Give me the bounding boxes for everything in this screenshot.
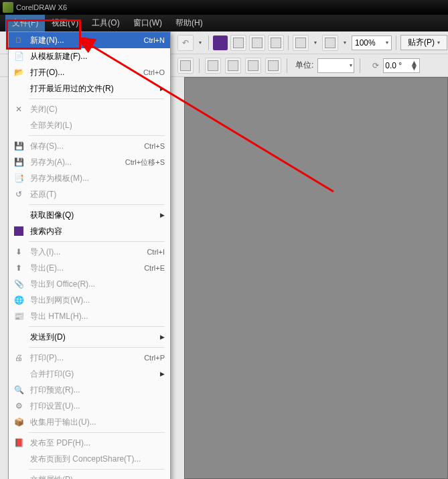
menu-export-web[interactable]: 🌐 导出到网页(W)... — [9, 292, 170, 308]
menu-separator — [29, 135, 165, 136]
menu-acquire[interactable]: 获取图像(Q) ▶ — [9, 207, 170, 223]
submenu-arrow-icon: ▶ — [160, 370, 165, 377]
tb-sep — [287, 58, 287, 73]
rotation-value: 0.0 ° — [385, 61, 402, 70]
menu-publish-concept[interactable]: 发布页面到 ConceptShare(T)... — [9, 451, 170, 467]
menu-help[interactable]: 帮助(H) — [169, 15, 210, 31]
preview-icon: 🔍 — [11, 384, 26, 396]
tb-prop-2[interactable] — [205, 58, 221, 74]
print-icon: 🖨 — [11, 352, 26, 364]
new-file-icon: 🗋 — [11, 34, 26, 46]
setup-icon: ⚙ — [11, 400, 26, 412]
menu-separator — [29, 432, 165, 433]
save-template-icon: 📑 — [11, 172, 26, 184]
menu-open-recent[interactable]: 打开最近用过的文件(R) ▶ — [9, 80, 170, 96]
tb-sep — [396, 36, 396, 50]
app-icon — [3, 2, 13, 13]
menu-print-merge[interactable]: 合并打印(G) ▶ — [9, 366, 170, 382]
paste-label: 贴齐(P) — [408, 37, 435, 48]
rotation-input[interactable]: 0.0 ° ▲▼ — [383, 58, 420, 73]
import-icon: ⬇ — [11, 246, 26, 258]
menu-save-as[interactable]: 💾 另存为(A)... Ctrl+位移+S — [9, 154, 170, 170]
menu-new-template[interactable]: 📄 从模板新建(F)... — [9, 48, 170, 64]
tb-sep — [208, 36, 209, 50]
submenu-arrow-icon: ▶ — [160, 85, 165, 92]
tb-tool-1[interactable] — [230, 35, 246, 51]
tb-tool-4[interactable] — [293, 35, 309, 51]
menu-export[interactable]: ⬆ 导出(E)... Ctrl+E — [9, 260, 170, 276]
menu-separator — [29, 469, 165, 470]
tb-tool-2[interactable] — [249, 35, 265, 51]
tb-sep — [199, 58, 200, 73]
pdf-icon: 📕 — [11, 437, 26, 449]
open-icon: 📂 — [11, 66, 26, 78]
menubar: 文件(F) 视图(V) 工具(O) 窗口(W) 帮助(H) — [0, 15, 448, 31]
menu-doc-properties[interactable]: 文档属性(P)... — [9, 472, 170, 479]
menu-print[interactable]: 🖨 打印(P)... Ctrl+P — [9, 350, 170, 366]
close-icon: ✕ — [11, 103, 26, 115]
web-icon: 🌐 — [11, 294, 26, 306]
menu-separator — [29, 326, 165, 327]
menu-search[interactable]: 搜索内容 — [9, 223, 170, 239]
paste-button[interactable]: 贴齐(P) ▾ — [400, 35, 447, 50]
titlebar: CorelDRAW X6 — [0, 0, 448, 15]
menu-import[interactable]: ⬇ 导入(I)... Ctrl+I — [9, 244, 170, 260]
menu-file[interactable]: 文件(F) — [5, 15, 45, 31]
menu-separator — [29, 241, 165, 242]
menu-close[interactable]: ✕ 关闭(C) — [9, 101, 170, 117]
rotation-stepper[interactable]: ▲▼ — [410, 61, 418, 70]
tb-tool-purple[interactable] — [213, 36, 228, 50]
submenu-arrow-icon: ▶ — [160, 212, 165, 218]
menu-separator — [29, 98, 165, 99]
revert-icon: ↺ — [11, 188, 26, 200]
html-icon: 📰 — [11, 310, 26, 322]
menu-send-to[interactable]: 发送到(D) ▶ — [9, 329, 170, 345]
submenu-arrow-icon: ▶ — [160, 334, 165, 340]
unit-label: 单位: — [295, 60, 313, 71]
menu-new[interactable]: 🗋 新建(N)... Ctrl+N — [9, 32, 170, 48]
menu-separator — [29, 347, 165, 348]
menu-save[interactable]: 💾 保存(S)... Ctrl+S — [9, 138, 170, 154]
tb-tool-5[interactable] — [322, 35, 338, 51]
office-icon: 📎 — [11, 278, 26, 290]
tb-sep — [360, 58, 360, 73]
menu-window[interactable]: 窗口(W) — [127, 15, 169, 31]
menu-close-all[interactable]: 全部关闭(L) — [9, 117, 170, 133]
rotate-icon: ⟳ — [372, 61, 379, 70]
canvas[interactable] — [184, 77, 448, 479]
menu-collect-output[interactable]: 📦 收集用于输出(U)... — [9, 414, 170, 430]
menu-view[interactable]: 视图(V) — [45, 15, 85, 31]
menu-separator — [29, 204, 165, 205]
menu-save-template[interactable]: 📑 另存为模板(M)... — [9, 170, 170, 186]
zoom-value: 100% — [355, 38, 376, 48]
collect-icon: 📦 — [11, 416, 26, 428]
menu-publish-pdf[interactable]: 📕 发布至 PDF(H)... — [9, 435, 170, 451]
menu-print-preview[interactable]: 🔍 打印预览(R)... — [9, 382, 170, 398]
menu-open[interactable]: 📂 打开(O)... Ctrl+O — [9, 64, 170, 80]
tb-tool-3[interactable] — [268, 35, 284, 51]
tb-prop-4[interactable] — [245, 58, 261, 74]
app-title: CorelDRAW X6 — [16, 3, 67, 11]
tb-undo[interactable]: ↶ — [177, 35, 194, 51]
search-icon — [11, 225, 26, 237]
template-icon: 📄 — [11, 50, 26, 62]
tb-drop-5[interactable]: ▾ — [341, 40, 349, 46]
menu-export-office[interactable]: 📎 导出到 Office(R)... — [9, 276, 170, 292]
file-dropdown: 🗋 新建(N)... Ctrl+N 📄 从模板新建(F)... 📂 打开(O).… — [8, 31, 171, 479]
menu-print-setup[interactable]: ⚙ 打印设置(U)... — [9, 398, 170, 414]
export-icon: ⬆ — [11, 262, 26, 274]
save-icon: 💾 — [11, 140, 26, 152]
menu-revert[interactable]: ↺ 还原(T) — [9, 186, 170, 202]
save-as-icon: 💾 — [11, 156, 26, 168]
tb-prop-5[interactable] — [265, 58, 281, 74]
tb-prop-1[interactable] — [177, 58, 194, 74]
tb-undo-drop[interactable]: ▾ — [196, 40, 204, 46]
tb-prop-3[interactable] — [225, 58, 241, 74]
tb-sep — [288, 36, 289, 50]
tb-drop-4[interactable]: ▾ — [311, 40, 319, 46]
zoom-input[interactable]: 100% ▾ — [352, 36, 392, 50]
unit-select[interactable]: ▾ — [317, 58, 354, 73]
menu-tools[interactable]: 工具(O) — [85, 15, 126, 31]
menu-export-html[interactable]: 📰 导出 HTML(H)... — [9, 308, 170, 324]
